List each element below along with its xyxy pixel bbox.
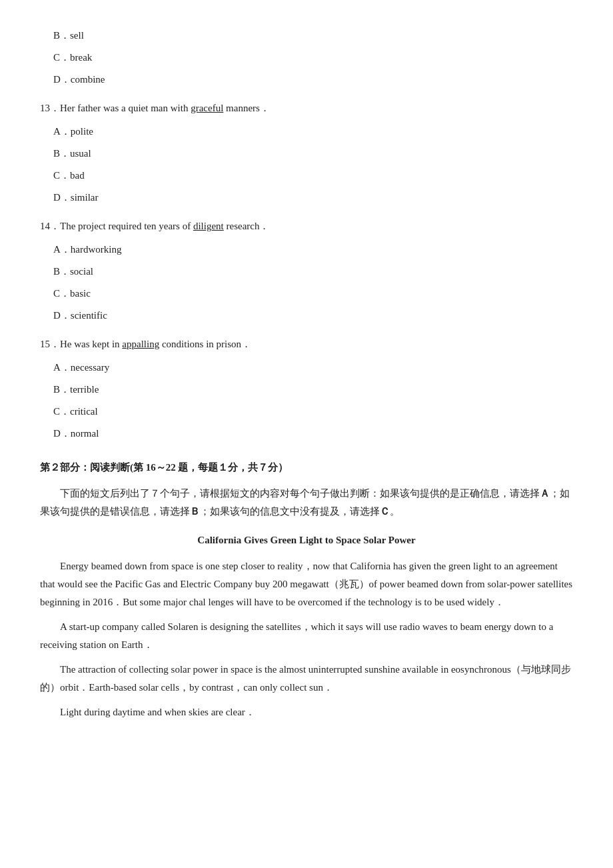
article-paragraph-2: A start-up company called Solaren is des… [40,618,573,654]
option-15d: D．normal [53,425,573,443]
underline-appalling: appalling [122,339,159,349]
question-13: 13．Her father was a quiet man with grace… [40,99,573,117]
article-paragraph-3: The attraction of collecting solar power… [40,661,573,697]
underline-graceful: graceful [191,103,223,113]
option-15c: C．critical [53,403,573,421]
question-14: 14．The project required ten years of dil… [40,217,573,235]
option-b-sell: B．sell [53,27,573,45]
option-15b: B．terrible [53,381,573,399]
article-title: California Gives Green Light to Space So… [40,531,573,549]
option-c-break: C．break [53,49,573,67]
question-15: 15．He was kept in appalling conditions i… [40,335,573,353]
option-15a: A．necessary [53,359,573,377]
article-paragraph-1: Energy beamed down from space is one ste… [40,557,573,611]
underline-diligent: diligent [193,221,224,231]
option-14a: A．hardworking [53,241,573,259]
section2-header: 第２部分：阅读判断(第 16～22 题，每题１分，共７分） [40,459,573,477]
article-paragraph-4: Light during daytime and when skies are … [40,703,573,721]
option-d-combine: D．combine [53,71,573,89]
option-14c: C．basic [53,285,573,303]
option-13d: D．similar [53,189,573,207]
option-14b: B．social [53,263,573,281]
option-13c: C．bad [53,167,573,185]
option-13b: B．usual [53,145,573,163]
option-14d: D．scientific [53,307,573,325]
section2-instruction: 下面的短文后列出了７个句子，请根据短文的内容对每个句子做出判断：如果该句提供的是… [40,485,573,521]
option-13a: A．polite [53,123,573,141]
